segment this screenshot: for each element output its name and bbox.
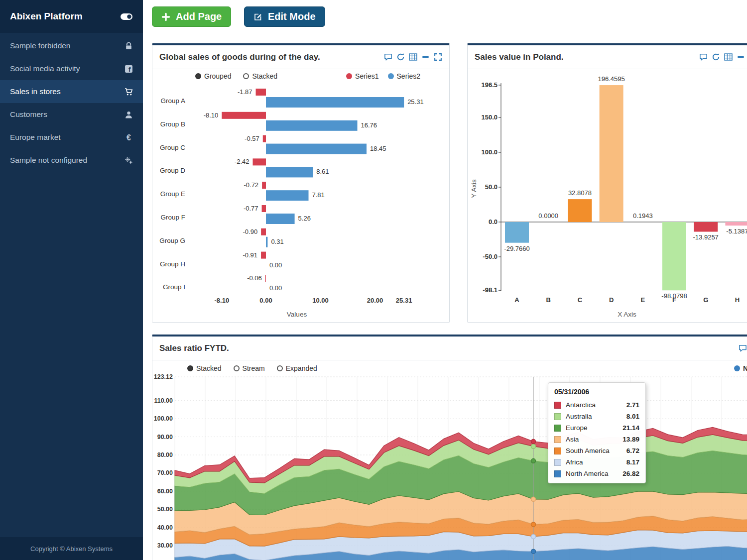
grouped-bar-chart[interactable]: -8.100.0010.0020.0025.31ValuesGroup A-1.… — [152, 69, 449, 322]
bar-segment[interactable] — [263, 135, 266, 142]
bar-segment[interactable] — [266, 214, 295, 224]
bar-segment[interactable] — [725, 222, 747, 225]
sidebar-item-customers[interactable]: Customers — [0, 103, 143, 126]
bar-segment[interactable] — [261, 228, 266, 235]
sidebar-item-sample-not-configured[interactable]: Sample not configured — [0, 149, 143, 172]
stacked-area-chart[interactable]: 123.12110.00100.0090.0080.0070.0060.0050… — [152, 360, 747, 560]
tooltip-series-name: Australia — [566, 413, 622, 420]
minus-icon[interactable] — [737, 53, 745, 61]
svg-text:196.4595: 196.4595 — [598, 75, 624, 83]
legend-item-series2[interactable]: Series2 — [388, 72, 420, 80]
vertical-bar-chart[interactable]: 196.5150.0100.050.00.0-50.0-98.1-29.7660… — [468, 69, 747, 322]
bar-segment[interactable] — [266, 97, 404, 108]
svg-text:-50.0: -50.0 — [483, 253, 498, 260]
bar-segment[interactable] — [505, 222, 529, 243]
add-page-button[interactable]: Add Page — [152, 6, 231, 27]
sidebar-item-label: Social media activity — [10, 64, 80, 73]
mode-radio-expanded[interactable]: Expanded — [277, 364, 317, 372]
panel-sales-poland: Sales value in Poland. 196.5150.0100.050… — [467, 43, 747, 323]
bar-segment[interactable] — [266, 190, 309, 201]
bar-segment[interactable] — [694, 222, 718, 231]
svg-text:-0.06: -0.06 — [247, 274, 262, 282]
svg-text:196.5: 196.5 — [481, 81, 498, 89]
bar-segment[interactable] — [600, 85, 623, 222]
svg-text:80.00: 80.00 — [157, 451, 173, 458]
legend-item-north-america[interactable]: N — [734, 364, 747, 372]
comment-icon[interactable] — [699, 53, 708, 61]
chart3-legend-partial: N — [734, 364, 747, 372]
sidebar-item-sales-in-stores[interactable]: Sales in stores — [0, 80, 143, 103]
radio-icon — [234, 365, 240, 371]
svg-text:-13.9257: -13.9257 — [693, 233, 719, 241]
radio-icon — [195, 73, 201, 79]
chart-tooltip: 05/31/2006 Antarctica2.71Australia8.01Eu… — [548, 382, 646, 483]
comment-icon[interactable] — [739, 344, 747, 352]
mode-radio-stacked[interactable]: Stacked — [243, 72, 277, 80]
edit-icon — [253, 12, 262, 21]
svg-text:B: B — [546, 296, 551, 304]
radio-label: Stacked — [196, 364, 222, 372]
mode-radio-stream[interactable]: Stream — [234, 364, 265, 372]
svg-text:F: F — [672, 296, 676, 304]
sidebar-item-europe-market[interactable]: Europe market€ — [0, 126, 143, 149]
mode-radio-grouped[interactable]: Grouped — [195, 72, 231, 80]
svg-text:20.00: 20.00 — [367, 297, 383, 304]
panel-title: Sales ratio FYTD. — [159, 343, 229, 353]
legend-item-series1[interactable]: Series1 — [346, 72, 378, 80]
tooltip-series-name: South America — [566, 447, 622, 454]
tooltip-series-value: 8.17 — [626, 458, 639, 466]
bar-segment[interactable] — [262, 182, 266, 189]
tooltip-series-name: Asia — [566, 436, 618, 443]
tooltip-date: 05/31/2006 — [548, 385, 645, 399]
hover-point-icon — [531, 497, 536, 501]
bar-segment[interactable] — [266, 237, 267, 247]
chart1-mode-radios: GroupedStacked — [195, 72, 277, 80]
bar-segment[interactable] — [266, 120, 358, 131]
svg-text:H: H — [735, 296, 740, 304]
series-swatch-icon — [554, 448, 561, 454]
sidebar-nav: Sample forbiddenSocial media activityfSa… — [0, 34, 143, 172]
tooltip-row: Africa8.17 — [548, 456, 645, 468]
svg-text:€: € — [126, 133, 131, 142]
refresh-icon[interactable] — [712, 53, 720, 61]
bar-segment[interactable] — [261, 252, 266, 259]
bar-segment[interactable] — [222, 112, 266, 119]
bar-segment[interactable] — [662, 222, 686, 290]
panel-header: Global sales of goods during of the day. — [152, 45, 449, 69]
comment-icon[interactable] — [384, 53, 392, 61]
sidebar-toggle-icon[interactable] — [120, 13, 133, 20]
mode-radio-stacked[interactable]: Stacked — [187, 364, 222, 372]
expand-icon[interactable] — [434, 53, 442, 61]
sidebar-item-label: Sample forbidden — [10, 41, 71, 50]
svg-text:-8.10: -8.10 — [204, 112, 219, 119]
table-icon[interactable] — [724, 53, 733, 61]
tooltip-series-name: Europe — [566, 424, 618, 432]
hover-point-icon — [531, 534, 536, 539]
svg-text:0.00: 0.00 — [269, 261, 282, 269]
svg-text:Group A: Group A — [160, 97, 185, 105]
bar-segment[interactable] — [266, 144, 367, 154]
sidebar-item-sample-forbidden[interactable]: Sample forbidden — [0, 34, 143, 57]
bar-segment[interactable] — [253, 158, 266, 165]
bar-segment[interactable] — [265, 275, 266, 282]
bar-segment[interactable] — [568, 199, 592, 222]
sidebar-item-social-media-activity[interactable]: Social media activityf — [0, 57, 143, 80]
sidebar-item-label: Sample not configured — [10, 156, 87, 165]
minus-icon[interactable] — [421, 53, 430, 61]
bar-segment[interactable] — [256, 89, 266, 96]
svg-text:-1.87: -1.87 — [238, 88, 252, 96]
edit-mode-button[interactable]: Edit Mode — [244, 6, 325, 27]
legend-label: Series1 — [355, 72, 378, 80]
svg-text:Group H: Group H — [160, 260, 185, 268]
svg-text:-2.42: -2.42 — [235, 158, 249, 165]
sidebar-item-label: Europe market — [10, 133, 61, 142]
bar-segment[interactable] — [262, 205, 266, 212]
table-icon[interactable] — [409, 53, 417, 61]
bar-segment[interactable] — [266, 167, 313, 177]
tooltip-row: Asia13.89 — [548, 434, 645, 445]
svg-text:25.31: 25.31 — [396, 297, 412, 304]
panel-title: Sales value in Poland. — [475, 52, 564, 62]
tooltip-series-value: 6.72 — [626, 447, 639, 454]
refresh-icon[interactable] — [396, 53, 405, 61]
svg-text:-8.10: -8.10 — [214, 297, 229, 304]
